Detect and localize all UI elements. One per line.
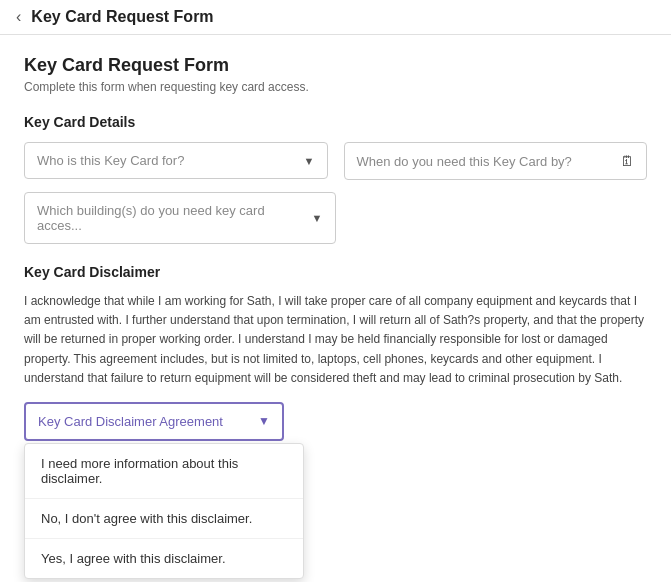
title-bar: ‹ Key Card Request Form <box>0 0 671 35</box>
disclaimer-dropdown-wrapper: Key Card Disclaimer Agreement ▼ I need m… <box>24 402 284 441</box>
disclaimer-option-3[interactable]: Yes, I agree with this disclaimer. <box>25 539 303 578</box>
back-button[interactable]: ‹ <box>16 8 21 26</box>
disclaimer-arrow-icon: ▼ <box>258 414 270 428</box>
form-subtitle: Complete this form when requesting key c… <box>24 80 647 94</box>
disclaimer-dropdown[interactable]: Key Card Disclaimer Agreement ▼ <box>24 402 284 441</box>
building-placeholder: Which building(s) do you need key card a… <box>37 203 312 233</box>
needed-by-date-field[interactable]: When do you need this Key Card by? 🗓 <box>344 142 648 180</box>
needed-by-placeholder: When do you need this Key Card by? <box>357 154 572 169</box>
disclaimer-dropdown-menu: I need more information about this discl… <box>24 443 304 579</box>
needed-by-wrapper: When do you need this Key Card by? 🗓 <box>344 142 648 180</box>
disclaimer-option-1[interactable]: I need more information about this discl… <box>25 444 303 499</box>
disclaimer-text: I acknowledge that while I am working fo… <box>24 292 647 388</box>
key-card-for-arrow-icon: ▼ <box>304 155 315 167</box>
disclaimer-dropdown-label: Key Card Disclaimer Agreement <box>38 414 223 429</box>
building-wrapper: Which building(s) do you need key card a… <box>24 192 336 244</box>
building-row: Which building(s) do you need key card a… <box>24 192 647 244</box>
disclaimer-section: Key Card Disclaimer I acknowledge that w… <box>24 264 647 441</box>
key-card-for-dropdown[interactable]: Who is this Key Card for? ▼ <box>24 142 328 179</box>
key-card-for-placeholder: Who is this Key Card for? <box>37 153 184 168</box>
key-card-for-wrapper: Who is this Key Card for? ▼ <box>24 142 328 180</box>
title-bar-text: Key Card Request Form <box>31 8 213 26</box>
form-content: Key Card Request Form Complete this form… <box>0 35 671 461</box>
disclaimer-option-2[interactable]: No, I don't agree with this disclaimer. <box>25 499 303 539</box>
building-arrow-icon: ▼ <box>312 212 323 224</box>
form-title: Key Card Request Form <box>24 55 647 76</box>
building-dropdown[interactable]: Which building(s) do you need key card a… <box>24 192 336 244</box>
details-section-title: Key Card Details <box>24 114 647 130</box>
fields-row-1: Who is this Key Card for? ▼ When do you … <box>24 142 647 180</box>
disclaimer-section-title: Key Card Disclaimer <box>24 264 647 280</box>
calendar-icon: 🗓 <box>620 153 634 169</box>
